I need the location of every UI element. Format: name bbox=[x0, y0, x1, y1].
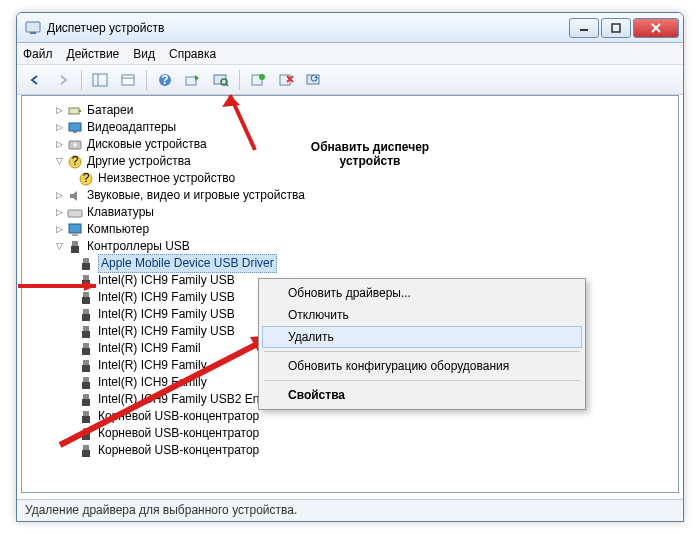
forward-button[interactable] bbox=[51, 68, 75, 92]
annotation-arrow bbox=[140, 85, 260, 155]
menu-view[interactable]: Вид bbox=[133, 47, 155, 61]
expander-icon[interactable]: ▷ bbox=[54, 207, 65, 218]
uninstall-button[interactable] bbox=[274, 68, 298, 92]
svg-rect-25 bbox=[73, 131, 77, 133]
svg-marker-62 bbox=[222, 95, 240, 107]
refresh-button[interactable] bbox=[302, 68, 326, 92]
cm-uninstall[interactable]: Удалить bbox=[262, 326, 582, 348]
svg-rect-33 bbox=[69, 224, 81, 233]
tree-node-apple-usb[interactable]: Apple Mobile Device USB Driver bbox=[26, 255, 674, 272]
cm-separator bbox=[264, 351, 580, 352]
expander-icon[interactable]: ▽ bbox=[54, 241, 65, 252]
svg-rect-32 bbox=[68, 210, 82, 217]
context-menu: Обновить драйверы... Отключить Удалить О… bbox=[258, 278, 586, 410]
svg-point-17 bbox=[259, 74, 265, 80]
svg-rect-3 bbox=[612, 24, 620, 32]
usb-icon bbox=[67, 239, 83, 255]
svg-rect-38 bbox=[82, 263, 90, 270]
computer-icon bbox=[67, 222, 83, 238]
svg-text:?: ? bbox=[72, 154, 79, 168]
cm-disable[interactable]: Отключить bbox=[262, 304, 582, 326]
expander-icon[interactable]: ▷ bbox=[54, 139, 65, 150]
svg-rect-22 bbox=[69, 108, 79, 114]
expander-icon[interactable]: ▽ bbox=[54, 156, 65, 167]
svg-point-27 bbox=[73, 143, 77, 147]
sound-icon bbox=[67, 188, 83, 204]
menubar: Файл Действие Вид Справка bbox=[17, 43, 683, 65]
statusbar: Удаление драйвера для выбранного устройс… bbox=[17, 499, 683, 521]
cm-update-drivers[interactable]: Обновить драйверы... bbox=[262, 282, 582, 304]
tree-node-unknown[interactable]: ?Неизвестное устройство bbox=[26, 170, 674, 187]
cm-scan[interactable]: Обновить конфигурацию оборудования bbox=[262, 355, 582, 377]
tree-node-sound[interactable]: ▷Звуковые, видео и игровые устройства bbox=[26, 187, 674, 204]
annotation-text: Обнавить диспечер устройств bbox=[280, 140, 460, 168]
svg-text:?: ? bbox=[83, 171, 90, 185]
cm-properties[interactable]: Свойства bbox=[262, 384, 582, 406]
svg-rect-0 bbox=[26, 22, 40, 32]
usb-icon bbox=[78, 256, 94, 272]
expander-icon[interactable]: ▷ bbox=[54, 224, 65, 235]
svg-rect-35 bbox=[72, 241, 78, 246]
annotation-arrow bbox=[50, 295, 290, 455]
toolbar: ? bbox=[17, 65, 683, 95]
tree-node-usb-controllers[interactable]: ▽Контроллеры USB bbox=[26, 238, 674, 255]
keyboard-icon bbox=[67, 205, 83, 221]
disk-icon bbox=[67, 137, 83, 153]
annotation-arrow bbox=[18, 280, 108, 292]
back-button[interactable] bbox=[23, 68, 47, 92]
expander-icon[interactable]: ▷ bbox=[54, 190, 65, 201]
display-icon bbox=[67, 120, 83, 136]
status-text: Удаление драйвера для выбранного устройс… bbox=[25, 503, 297, 517]
svg-rect-37 bbox=[83, 258, 89, 263]
maximize-button[interactable] bbox=[601, 18, 631, 38]
tree-node-video[interactable]: ▷Видеоадаптеры bbox=[26, 119, 674, 136]
svg-rect-12 bbox=[186, 77, 196, 85]
menu-file[interactable]: Файл bbox=[23, 47, 53, 61]
window-buttons bbox=[569, 18, 679, 38]
svg-rect-36 bbox=[71, 246, 79, 253]
svg-rect-24 bbox=[69, 123, 81, 131]
show-hide-tree-button[interactable] bbox=[88, 68, 112, 92]
properties-button[interactable] bbox=[116, 68, 140, 92]
svg-marker-64 bbox=[84, 281, 96, 291]
titlebar[interactable]: Диспетчер устройств bbox=[17, 13, 683, 43]
tree-node-batteries[interactable]: ▷Батареи bbox=[26, 102, 674, 119]
other-icon: ? bbox=[67, 154, 83, 170]
svg-line-65 bbox=[60, 340, 265, 445]
svg-rect-1 bbox=[30, 32, 36, 34]
battery-icon bbox=[67, 103, 83, 119]
menu-action[interactable]: Действие bbox=[67, 47, 120, 61]
expander-icon[interactable]: ▷ bbox=[54, 122, 65, 133]
svg-rect-23 bbox=[79, 110, 81, 112]
tree-node-keyboard[interactable]: ▷Клавиатуры bbox=[26, 204, 674, 221]
app-icon bbox=[25, 20, 41, 36]
svg-rect-39 bbox=[83, 275, 89, 280]
svg-rect-8 bbox=[122, 75, 134, 85]
menu-help[interactable]: Справка bbox=[169, 47, 216, 61]
close-button[interactable] bbox=[633, 18, 679, 38]
minimize-button[interactable] bbox=[569, 18, 599, 38]
svg-rect-34 bbox=[72, 233, 78, 236]
svg-rect-6 bbox=[93, 74, 107, 86]
expander-icon[interactable]: ▷ bbox=[54, 105, 65, 116]
unknown-icon: ? bbox=[78, 171, 94, 187]
cm-separator bbox=[264, 380, 580, 381]
tree-node-computer[interactable]: ▷Компьютер bbox=[26, 221, 674, 238]
window-title: Диспетчер устройств bbox=[47, 21, 569, 35]
